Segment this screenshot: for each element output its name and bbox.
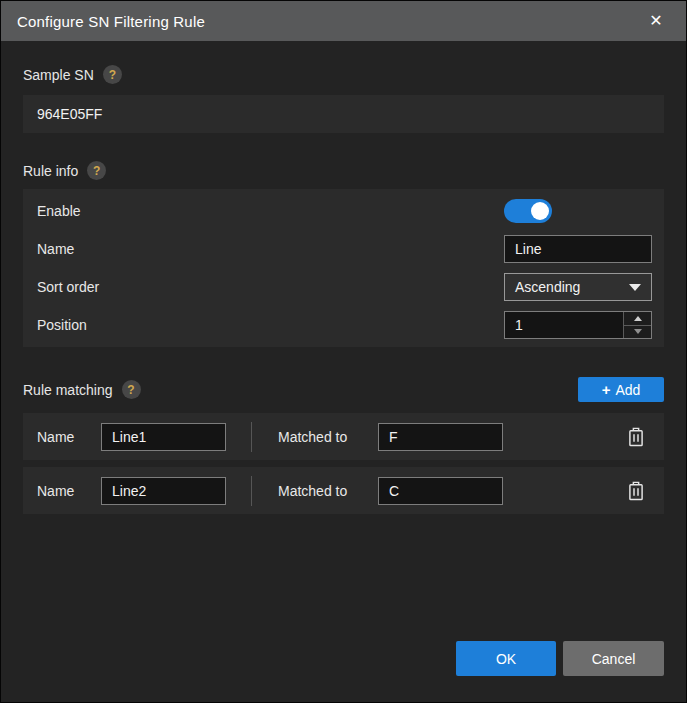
match-name-label: Name: [37, 483, 101, 499]
spacer: [23, 514, 664, 641]
sort-order-selected-value: Ascending: [515, 279, 580, 295]
close-icon[interactable]: ✕: [642, 7, 670, 35]
delete-row-button-1[interactable]: [624, 425, 648, 449]
spin-down-button[interactable]: [624, 326, 651, 339]
position-label: Position: [37, 317, 504, 333]
rule-matching-label: Rule matching: [23, 382, 113, 398]
dialog-title: Configure SN Filtering Rule: [17, 13, 205, 30]
enable-label: Enable: [37, 203, 504, 219]
arrow-up-icon: [634, 316, 642, 321]
footer: OK Cancel: [23, 641, 664, 676]
plus-icon: +: [602, 382, 611, 397]
rule-info-help-icon[interactable]: ?: [87, 161, 106, 180]
sample-sn-help-icon[interactable]: ?: [103, 65, 122, 84]
spin-up-button[interactable]: [624, 312, 651, 326]
match-row-1: Name Matched to: [23, 413, 664, 460]
position-spin-buttons: [623, 312, 651, 338]
matched-to-input-1[interactable]: [378, 423, 503, 451]
trash-icon: [627, 427, 645, 447]
sample-sn-label: Sample SN: [23, 67, 94, 83]
rule-matching-help-icon[interactable]: ?: [122, 380, 141, 399]
toggle-knob: [531, 202, 549, 220]
add-button[interactable]: + Add: [578, 377, 664, 402]
rule-info-label: Rule info: [23, 163, 78, 179]
rule-matching-header: Rule matching ? + Add: [23, 377, 664, 402]
position-row: Position: [37, 306, 652, 344]
match-name-label: Name: [37, 429, 101, 445]
cancel-button[interactable]: Cancel: [563, 641, 664, 676]
sort-order-label: Sort order: [37, 279, 504, 295]
dialog-body: Sample SN ? 964E05FF Rule info ? Enable …: [1, 41, 686, 702]
position-spinbox: [504, 311, 652, 339]
vertical-divider: [251, 476, 252, 506]
sort-order-dropdown[interactable]: Ascending: [504, 273, 652, 301]
name-input[interactable]: [504, 235, 652, 263]
vertical-divider: [251, 422, 252, 452]
rule-info-panel: Enable Name Sort order Ascending: [23, 189, 664, 347]
add-button-label: Add: [615, 382, 640, 398]
matched-to-input-2[interactable]: [378, 477, 503, 505]
arrow-down-icon: [634, 329, 642, 334]
enable-toggle[interactable]: [504, 199, 552, 223]
match-row-2: Name Matched to: [23, 467, 664, 514]
delete-row-button-2[interactable]: [624, 479, 648, 503]
trash-icon: [627, 481, 645, 501]
title-bar: Configure SN Filtering Rule ✕: [1, 1, 686, 41]
matched-to-label: Matched to: [278, 483, 352, 499]
enable-row: Enable: [37, 192, 652, 230]
ok-button[interactable]: OK: [456, 641, 556, 676]
match-name-input-2[interactable]: [101, 477, 226, 505]
rule-info-header: Rule info ?: [23, 161, 664, 180]
sort-order-row: Sort order Ascending: [37, 268, 652, 306]
sample-sn-value: 964E05FF: [23, 95, 664, 133]
chevron-down-icon: [629, 284, 641, 291]
matched-to-label: Matched to: [278, 429, 352, 445]
configure-sn-filtering-rule-dialog: Configure SN Filtering Rule ✕ Sample SN …: [0, 0, 687, 703]
position-input[interactable]: [505, 312, 623, 338]
name-label: Name: [37, 241, 504, 257]
name-row: Name: [37, 230, 652, 268]
match-name-input-1[interactable]: [101, 423, 226, 451]
sample-sn-header: Sample SN ?: [23, 65, 664, 84]
